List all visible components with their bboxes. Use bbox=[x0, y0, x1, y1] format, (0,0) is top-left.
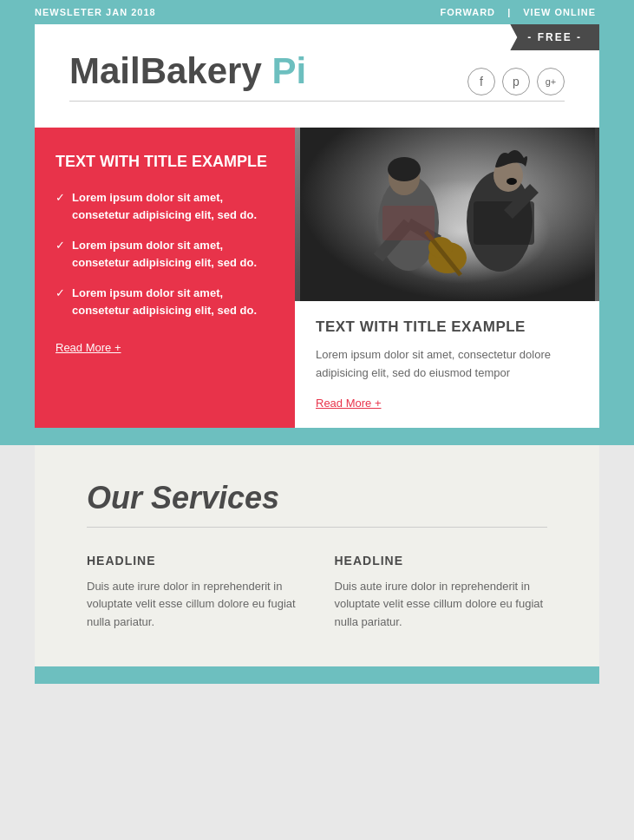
checklist-item-1: ✓ Lorem ipsum dolor sit amet, consetetur… bbox=[56, 189, 274, 223]
check-icon-2: ✓ bbox=[56, 239, 65, 252]
header-wrapper: - FREE - f p g+ MailBakery Pi bbox=[0, 24, 634, 128]
left-read-more-link[interactable]: Read More + bbox=[56, 341, 121, 354]
svg-rect-10 bbox=[382, 206, 435, 240]
right-panel-content: TEXT WITH TITLE EXAMPLE Lorem ipsum dolo… bbox=[295, 301, 599, 428]
checklist-item-2: ✓ Lorem ipsum dolor sit amet, consetetur… bbox=[56, 237, 274, 271]
service-headline-2: HEADLINE bbox=[335, 554, 548, 568]
svg-point-4 bbox=[388, 157, 421, 181]
services-grid: HEADLINE Duis aute irure dolor in repreh… bbox=[87, 554, 547, 632]
musicians-image bbox=[295, 128, 599, 301]
check-icon-1: ✓ bbox=[56, 191, 65, 204]
right-panel: TEXT WITH TITLE EXAMPLE Lorem ipsum dolo… bbox=[295, 128, 599, 428]
service-headline-1: HEADLINE bbox=[87, 554, 300, 568]
svg-rect-13 bbox=[474, 201, 534, 245]
check-icon-3: ✓ bbox=[56, 286, 65, 299]
view-online-link[interactable]: VIEW ONLINE bbox=[523, 7, 596, 17]
brand-name: MailBakery bbox=[69, 50, 262, 91]
brand-accent: Pi bbox=[271, 50, 306, 91]
right-read-more-link[interactable]: Read More + bbox=[316, 397, 382, 410]
checklist-text-2: Lorem ipsum dolor sit amet, consetetur a… bbox=[72, 237, 274, 271]
service-col-1: HEADLINE Duis aute irure dolor in repreh… bbox=[87, 554, 300, 632]
facebook-icon[interactable]: f bbox=[467, 68, 495, 95]
service-col-2: HEADLINE Duis aute irure dolor in repreh… bbox=[335, 554, 548, 632]
googleplus-icon[interactable]: g+ bbox=[537, 68, 565, 95]
newsletter-label: NEWSLETER JAN 2018 bbox=[35, 7, 156, 17]
right-article-title: TEXT WITH TITLE EXAMPLE bbox=[316, 318, 578, 336]
left-panel-title: TEXT WITH TITLE EXAMPLE bbox=[56, 152, 274, 172]
left-panel: TEXT WITH TITLE EXAMPLE ✓ Lorem ipsum do… bbox=[35, 128, 295, 428]
separator: | bbox=[507, 7, 511, 17]
header-divider bbox=[69, 101, 565, 102]
bottom-strip bbox=[35, 666, 599, 684]
right-article-text: Lorem ipsum dolor sit amet, consectetur … bbox=[316, 346, 578, 383]
checklist-text-1: Lorem ipsum dolor sit amet, consetetur a… bbox=[72, 189, 274, 223]
services-divider bbox=[87, 527, 547, 528]
top-bar: NEWSLETER JAN 2018 FORWARD | VIEW ONLINE bbox=[0, 0, 634, 24]
checklist-item-3: ✓ Lorem ipsum dolor sit amet, consetetur… bbox=[56, 285, 274, 318]
checklist-text-3: Lorem ipsum dolor sit amet, consetetur a… bbox=[72, 285, 274, 318]
main-wrapper: TEXT WITH TITLE EXAMPLE ✓ Lorem ipsum do… bbox=[0, 128, 634, 445]
forward-link[interactable]: FORWARD bbox=[440, 7, 495, 17]
social-icons: f p g+ bbox=[467, 68, 565, 95]
main-inner: TEXT WITH TITLE EXAMPLE ✓ Lorem ipsum do… bbox=[35, 128, 599, 428]
services-title: Our Services bbox=[87, 480, 547, 516]
services-section: Our Services HEADLINE Duis aute irure do… bbox=[35, 445, 599, 666]
svg-rect-1 bbox=[300, 128, 595, 301]
svg-point-15 bbox=[507, 178, 517, 185]
header-inner: - FREE - f p g+ MailBakery Pi bbox=[35, 24, 599, 128]
pinterest-icon[interactable]: p bbox=[502, 68, 530, 95]
service-text-2: Duis aute irure dolor in reprehenderit i… bbox=[335, 578, 548, 632]
free-badge: - FREE - bbox=[510, 24, 599, 50]
top-bar-links: FORWARD | VIEW ONLINE bbox=[436, 7, 599, 17]
service-text-1: Duis aute irure dolor in reprehenderit i… bbox=[87, 578, 300, 632]
